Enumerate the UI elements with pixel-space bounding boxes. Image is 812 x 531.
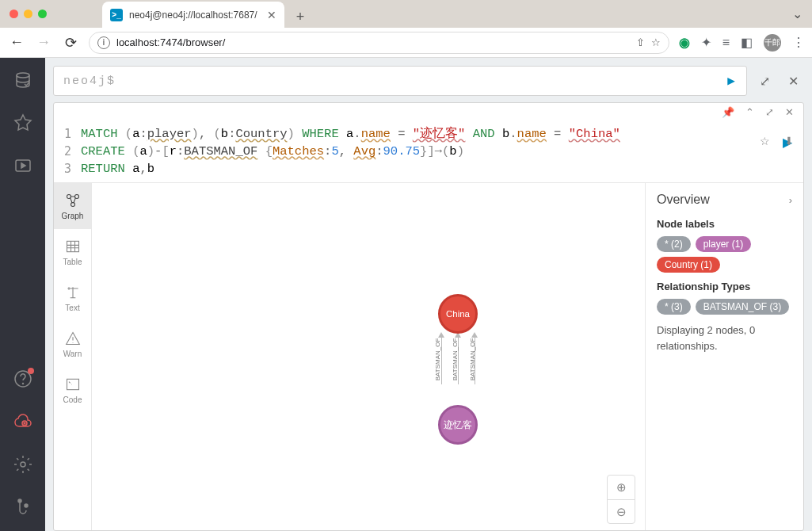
neo4j-favicon-icon: >_: [110, 9, 123, 21]
zoom-in-button[interactable]: ⊕: [608, 476, 635, 499]
node-china[interactable]: China: [438, 294, 478, 334]
window-minimize-button[interactable]: [24, 10, 32, 18]
settings-gear-icon[interactable]: [13, 455, 32, 474]
rel-types-heading: Relationship Types: [657, 281, 792, 292]
run-query-button[interactable]: ▶: [727, 73, 737, 89]
address-bar[interactable]: i localhost:7474/browser/ ⇧ ☆: [89, 32, 669, 54]
app-sidebar: [0, 58, 45, 531]
window-maximize-button[interactable]: [38, 10, 47, 18]
forward-button[interactable]: →: [35, 34, 52, 51]
edge-label: BATSMAN_OF: [434, 338, 441, 381]
svg-rect-11: [67, 241, 78, 251]
download-result-button[interactable]: ⬇: [784, 135, 794, 147]
favorites-star-icon[interactable]: [13, 113, 32, 132]
bookmark-star-icon[interactable]: ☆: [651, 36, 661, 48]
help-icon[interactable]: [13, 369, 32, 388]
overview-panel: Overview › Node labels * (2) player (1) …: [645, 183, 803, 530]
close-editor-button[interactable]: ✕: [782, 70, 804, 92]
edge-label: BATSMAN_OF: [469, 338, 476, 381]
svg-point-7: [25, 504, 28, 507]
text-view-tab[interactable]: Text: [54, 275, 91, 321]
graph-canvas[interactable]: BATSMAN_OF BATSMAN_OF BATSMAN_OF China 迹…: [92, 183, 645, 530]
close-frame-button[interactable]: ✕: [785, 106, 794, 118]
page-url: localhost:7474/browser/: [116, 36, 225, 48]
node-player[interactable]: 迹忆客: [438, 405, 478, 445]
guides-play-icon[interactable]: [13, 156, 32, 175]
code-view-tab[interactable]: Code: [54, 367, 91, 413]
overview-message: Displaying 2 nodes, 0 relationships.: [657, 323, 792, 353]
collapse-frame-button[interactable]: ⌃: [745, 106, 754, 118]
table-view-tab[interactable]: Table: [54, 229, 91, 275]
reload-button[interactable]: ⟳: [62, 34, 79, 52]
browser-tab[interactable]: >_ neo4j@neo4j://localhost:7687/ ✕: [102, 2, 284, 28]
new-tab-button[interactable]: +: [289, 6, 311, 28]
svg-rect-12: [67, 379, 78, 389]
chip-batsman[interactable]: BATSMAN_OF (3): [696, 299, 789, 315]
chip-country[interactable]: Country (1): [657, 257, 720, 273]
site-info-icon[interactable]: i: [97, 36, 110, 49]
edge-label: BATSMAN_OF: [452, 338, 459, 381]
extensions-icon[interactable]: ✦: [701, 35, 711, 50]
expand-frame-button[interactable]: ⤢: [765, 106, 774, 118]
view-mode-tabs: Graph Table Text Warn: [54, 183, 92, 530]
browser-toolbar: ← → ⟳ i localhost:7474/browser/ ⇧ ☆ ◉ ✦ …: [0, 28, 812, 58]
chip-all-nodes[interactable]: * (2): [657, 236, 691, 252]
window-close-button[interactable]: [10, 10, 18, 18]
reading-list-icon[interactable]: ≡: [722, 36, 730, 50]
svg-point-0: [17, 73, 29, 78]
svg-point-3: [22, 384, 23, 384]
fullscreen-button[interactable]: ⤢: [753, 70, 776, 92]
zoom-controls: ⊕ ⊖: [607, 475, 635, 524]
back-button[interactable]: ←: [8, 34, 25, 51]
cloud-sync-icon[interactable]: [13, 412, 32, 431]
database-icon[interactable]: [13, 71, 32, 90]
tab-list-button[interactable]: ⌄: [792, 6, 802, 21]
graph-view-tab[interactable]: Graph: [54, 183, 91, 229]
about-neo4j-icon[interactable]: [13, 498, 32, 517]
line-numbers: 1 2 3: [54, 125, 81, 178]
node-labels-heading: Node labels: [657, 218, 792, 230]
notification-dot-icon: [28, 368, 34, 374]
window-title-bar: >_ neo4j@neo4j://localhost:7687/ ✕ + ⌄: [0, 0, 812, 28]
cypher-prompt-input[interactable]: neo4j$ ▶: [53, 66, 747, 96]
chip-all-rels[interactable]: * (3): [657, 299, 691, 315]
tab-close-button[interactable]: ✕: [267, 9, 276, 21]
query-editor[interactable]: 1 2 3 MATCH (a:player), (b:Country) WHER…: [54, 120, 803, 183]
prompt-placeholder: neo4j$: [63, 74, 116, 88]
share-icon[interactable]: ⇧: [636, 36, 645, 48]
zoom-out-button[interactable]: ⊖: [608, 499, 635, 523]
svg-point-10: [71, 202, 74, 206]
browser-menu-button[interactable]: ⋮: [792, 35, 804, 50]
query-code: MATCH (a:player), (b:Country) WHERE a.na…: [81, 125, 620, 178]
tab-title: neo4j@neo4j://localhost:7687/: [129, 10, 261, 21]
result-frame: 📌 ⌃ ⤢ ✕ 1 2 3 MATCH (a:player), (b:Count…: [53, 102, 804, 531]
svg-point-5: [21, 462, 25, 467]
pin-frame-button[interactable]: 📌: [722, 106, 734, 118]
grammarly-icon[interactable]: ◉: [679, 35, 690, 50]
favorite-query-button[interactable]: ☆: [760, 135, 770, 147]
svg-point-6: [18, 499, 21, 502]
side-panel-icon[interactable]: ◧: [741, 35, 753, 50]
overview-collapse-button[interactable]: ›: [789, 194, 792, 206]
overview-title: Overview: [657, 193, 710, 207]
window-controls: [10, 10, 47, 18]
profile-avatar[interactable]: 千郎: [764, 34, 781, 52]
warn-view-tab[interactable]: Warn: [54, 321, 91, 367]
chip-player[interactable]: player (1): [696, 236, 752, 252]
